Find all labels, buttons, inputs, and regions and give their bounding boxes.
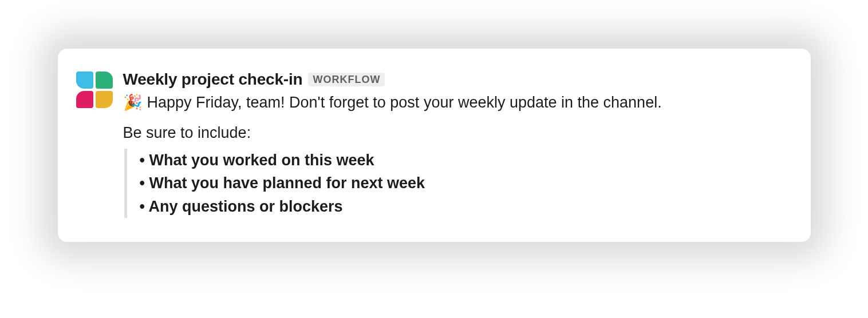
avatar-quad-4 xyxy=(96,91,113,108)
greeting-text: Happy Friday, team! Don't forget to post… xyxy=(147,92,662,114)
workflow-badge: WORKFLOW xyxy=(308,73,385,87)
app-avatar xyxy=(76,71,113,108)
include-list: What you worked on this week What you ha… xyxy=(140,149,788,218)
message-card: Weekly project check-in WORKFLOW 🎉 Happy… xyxy=(58,49,811,242)
include-list-block: What you worked on this week What you ha… xyxy=(124,149,788,218)
workflow-title: Weekly project check-in xyxy=(123,70,303,89)
subhead-text: Be sure to include: xyxy=(123,124,788,142)
message-header: Weekly project check-in WORKFLOW xyxy=(123,70,788,89)
message-content: Weekly project check-in WORKFLOW 🎉 Happy… xyxy=(123,70,788,218)
message-greeting-line: 🎉 Happy Friday, team! Don't forget to po… xyxy=(123,92,788,114)
party-popper-icon: 🎉 xyxy=(123,92,143,114)
avatar-quad-2 xyxy=(96,71,113,89)
avatar-quad-1 xyxy=(76,71,93,89)
list-item: Any questions or blockers xyxy=(140,195,788,218)
list-item: What you have planned for next week xyxy=(140,172,788,195)
avatar-quad-3 xyxy=(76,91,93,108)
list-item: What you worked on this week xyxy=(140,149,788,172)
